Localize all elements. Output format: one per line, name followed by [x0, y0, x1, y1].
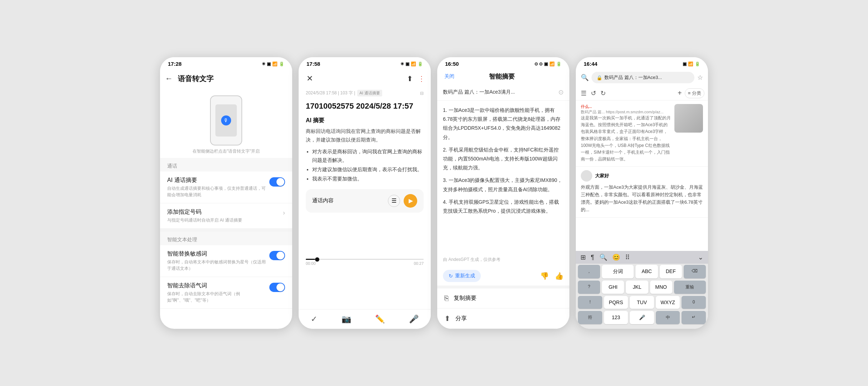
p4-toolbar: ☰ ↺ ↻ + ≡ 分类	[576, 86, 708, 100]
search-url-text: 数码产品 篇八：一加Ace3...	[604, 74, 689, 81]
kb-reset[interactable]: 重输	[674, 281, 706, 294]
kb-mno[interactable]: MNO	[650, 281, 672, 294]
setting-ai-summary-text: AI 通话摘要 自动生成通话摘要和核心事项，仅支持普通通话，可能会增加电量消耗	[167, 177, 266, 198]
kb-down-icon[interactable]: ⌄	[696, 252, 705, 262]
kb-jkl[interactable]: JKL	[626, 281, 648, 294]
kb-mic[interactable]: 🎤	[630, 311, 654, 324]
classify-button[interactable]: ≡ 分类	[685, 88, 704, 98]
kb-ghi[interactable]: GHI	[602, 281, 624, 294]
time-start: 00:00	[306, 261, 316, 266]
status-bar-2: 17:58 ✳ ▣ 📶 🔋	[299, 57, 431, 69]
kb-zero[interactable]: 0	[682, 296, 706, 309]
toggle-smart-remove[interactable]	[269, 283, 285, 292]
back-button[interactable]: ←	[163, 72, 175, 85]
ai-summary-text: 商标回访电话询问我在官网上查询的商标问题是否解决，并建议加微信以便后期查询。	[306, 127, 424, 144]
redo-icon[interactable]: ↻	[599, 88, 607, 99]
share-action[interactable]: ⬆ 分享	[437, 308, 569, 329]
secure-icon: 🔒	[597, 75, 602, 80]
p3-header: 关闭 智能摘要	[437, 69, 569, 84]
kb-wxyz[interactable]: WXYZ	[656, 296, 680, 309]
kb-symbol[interactable]: 符	[578, 311, 602, 324]
signal-icon-2: 📶	[411, 61, 416, 66]
check-icon[interactable]: ✓	[311, 315, 317, 324]
kb-enter[interactable]: ↵	[682, 311, 706, 324]
audio-play-button[interactable]: ▶	[404, 194, 417, 208]
p2-close-button[interactable]: ✕	[304, 72, 315, 85]
indent-icon[interactable]: ☰	[579, 88, 588, 99]
kb-row-3: ! PQRS TUV WXYZ 0	[576, 295, 708, 310]
kb-dots-icon[interactable]: ⠿	[623, 252, 632, 262]
camera-icon[interactable]: 📷	[341, 315, 351, 324]
time-end: 00:27	[414, 261, 424, 266]
kb-fenci[interactable]: 分词	[602, 265, 634, 278]
setting-ai-summary-label: AI 通话摘要	[167, 177, 266, 184]
ai-label: AI 摘要	[306, 117, 424, 124]
more-icon[interactable]: ⋮	[418, 74, 425, 83]
voice-dot: 🎙	[221, 115, 231, 125]
toggle-knob-smart-remove	[276, 283, 284, 291]
kb-exclaim[interactable]: !	[578, 296, 602, 309]
social-header: 大家好	[581, 170, 703, 182]
setting-smart-replace-desc: 保存时，自动将文本中的敏感词替换为星号（仅适用于通话文本）	[167, 259, 266, 272]
thumbup-icon[interactable]: 👍	[555, 272, 564, 280]
search-box[interactable]: 🔒 数码产品 篇八：一加Ace3...	[592, 72, 694, 83]
p2-meta: 2024/5/28 17:58 | 103 字 | AI 通话摘要 ⊟	[299, 88, 431, 101]
p4-search-bar: 🔍 🔒 数码产品 篇八：一加Ace3... ☆	[576, 69, 708, 86]
bullet-item-2: 我表示不需要加微信。	[312, 175, 424, 183]
toggle-smart-replace[interactable]	[269, 251, 285, 260]
kb-chinese[interactable]: 中	[656, 311, 680, 324]
kb-tuv[interactable]: TUV	[630, 296, 654, 309]
wifi-icon-4: ▣	[683, 61, 687, 66]
phone-2: 17:58 ✳ ▣ 📶 🔋 ✕ ⬆ ⋮ 2024/5/28 17:58 | 10…	[299, 57, 431, 329]
status-icons-1: ✳ ▣ 📶 🔋	[262, 61, 284, 66]
bookmark-icon[interactable]: ☆	[697, 74, 703, 81]
phone-illustration: 🎙	[210, 95, 242, 145]
regen-button[interactable]: ↻ 重新生成	[443, 270, 481, 282]
undo-icon[interactable]: ↺	[589, 88, 598, 99]
audio-player: 通话内容 ☰ ▶	[306, 189, 424, 213]
kb-emoji-icon[interactable]: 😊	[610, 252, 622, 262]
toggle-knob-smart-replace	[276, 252, 284, 259]
mic-icon-bottom[interactable]: 🎤	[409, 315, 419, 324]
list-icon: ☰	[391, 197, 396, 204]
content-para-1: 2. 手机采用航空级铝合金中框，支持NFC和红外遥控功能，内置5500mAh电池…	[443, 145, 564, 173]
chevron-right-icon: ›	[283, 209, 285, 217]
share-action-icon: ⬆	[444, 314, 450, 323]
link-icon[interactable]: ⊙	[558, 88, 564, 96]
p2-meta-icon: ⊟	[420, 91, 424, 96]
kb-question[interactable]: ?	[578, 281, 600, 294]
copy-action[interactable]: ⎘ 复制摘要	[437, 288, 569, 308]
kb-comma[interactable]: ，	[578, 265, 600, 278]
wifi-icon: ▣	[267, 61, 271, 66]
bullet-item-1: 对方建议加微信以便后期查询，表示不会打扰我。	[312, 165, 424, 174]
battery-icon-2: 🔋	[418, 61, 423, 66]
signal-icon-4: 📶	[688, 61, 693, 66]
kb-pqrs[interactable]: PQRS	[604, 296, 628, 309]
kb-grid-icon[interactable]: ⊞	[579, 252, 588, 262]
p4-content: 什么... 数码产品 篇... https://post.m.smzdm.com…	[576, 100, 708, 251]
audio-progress-bar[interactable]	[306, 259, 424, 260]
mic-icon: 🎙	[224, 118, 229, 123]
audio-list-button[interactable]: ☰	[388, 195, 400, 207]
p2-header: ✕ ⬆ ⋮	[299, 69, 431, 88]
kb-def[interactable]: DEF	[660, 265, 682, 278]
kb-abc[interactable]: ABC	[635, 265, 658, 278]
edit-icon[interactable]: ✏️	[375, 315, 385, 324]
audio-controls: ☰ ▶	[388, 194, 417, 208]
setting-add-number[interactable]: 添加指定号码 与指定号码通话时自动开启 AI 通话摘要 ›	[160, 203, 292, 229]
p3-close-button[interactable]: 关闭	[443, 72, 456, 81]
article1-source: 什么...	[581, 104, 671, 109]
kb-format-icon[interactable]: ¶	[589, 253, 596, 262]
thumbdown-icon[interactable]: 👎	[540, 272, 549, 280]
setting-ai-summary-desc: 自动生成通话摘要和核心事项，仅支持普通通话，可能会增加电量消耗	[167, 185, 266, 198]
kb-search-icon[interactable]: 🔍	[598, 252, 609, 262]
content-para-2: 3. 一加Ace3的摄像头配置强大，主摄为索尼IMX890，支持多种拍摄模式，照…	[443, 176, 564, 194]
toggle-ai-summary[interactable]	[269, 177, 285, 187]
kb-backspace[interactable]: ⌫	[684, 265, 706, 278]
kb-row-2: ? GHI JKL MNO 重输	[576, 279, 708, 295]
battery-icon: 🔋	[279, 61, 284, 66]
setting-smart-replace-text: 智能替换敏感词 保存时，自动将文本中的敏感词替换为星号（仅适用于通话文本）	[167, 250, 266, 272]
share-icon[interactable]: ⬆	[407, 74, 413, 83]
kb-123[interactable]: 123	[604, 311, 628, 324]
add-icon[interactable]: +	[676, 88, 683, 99]
